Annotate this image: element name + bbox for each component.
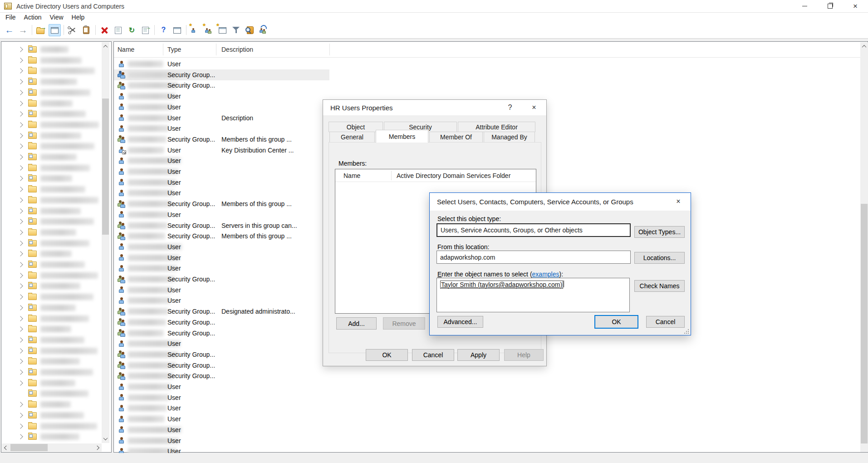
find-icon[interactable]	[244, 24, 256, 36]
tree-item[interactable]	[1, 65, 100, 76]
expand-chevron-icon[interactable]	[18, 294, 23, 299]
object-row[interactable]: User	[114, 166, 329, 177]
tree-item[interactable]	[1, 313, 100, 324]
object-row[interactable]: Security Group...Members of this group .…	[114, 231, 329, 241]
tree-scroll-up-icon[interactable]	[102, 42, 109, 51]
expand-chevron-icon[interactable]	[18, 369, 23, 374]
tree-item[interactable]	[1, 270, 100, 281]
expand-chevron-icon[interactable]	[18, 402, 23, 407]
menu-file[interactable]: File	[5, 14, 20, 21]
expand-chevron-icon[interactable]	[18, 187, 23, 192]
tab-member-of[interactable]: Member Of	[429, 132, 483, 143]
object-types-button[interactable]: Object Types...	[634, 226, 685, 238]
object-names-field[interactable]: Taylor Smith (taylors@adapworkshop.com)	[436, 278, 630, 312]
resize-grip[interactable]	[684, 329, 689, 334]
paste-icon[interactable]	[80, 24, 93, 36]
properties-apply-button[interactable]: Apply	[457, 349, 500, 361]
tab-object[interactable]: Object	[329, 122, 383, 132]
export-list-icon[interactable]: →	[139, 24, 152, 36]
dialog-help-icon[interactable]: ?	[503, 103, 517, 112]
object-row[interactable]: User	[114, 102, 329, 113]
up-one-level-icon[interactable]: →	[35, 24, 47, 36]
object-row[interactable]: Security Group...	[114, 328, 329, 339]
advanced-button[interactable]: Advanced...	[437, 316, 483, 328]
expand-chevron-icon[interactable]	[18, 69, 23, 74]
object-row[interactable]: User	[114, 414, 329, 424]
tree-item[interactable]	[1, 421, 100, 432]
tree-item[interactable]	[1, 291, 100, 302]
object-row[interactable]: User	[114, 392, 329, 403]
tab-general[interactable]: General	[329, 132, 375, 143]
expand-chevron-icon[interactable]	[18, 262, 23, 267]
tab-attribute-editor[interactable]: Attribute Editor	[458, 122, 535, 132]
tree-vscroll-thumb[interactable]	[102, 99, 109, 235]
object-row[interactable]: User	[114, 403, 329, 414]
object-row[interactable]: User	[114, 59, 329, 69]
tree-item[interactable]	[1, 130, 100, 141]
select-close-icon[interactable]: ×	[672, 197, 685, 206]
tree-item[interactable]	[1, 248, 100, 259]
tree-item[interactable]	[1, 76, 100, 87]
tree-item[interactable]	[1, 378, 100, 389]
expand-chevron-icon[interactable]	[18, 176, 23, 181]
cut-icon[interactable]	[67, 24, 79, 36]
refresh-icon[interactable]: ↻	[126, 24, 138, 36]
expand-chevron-icon[interactable]	[18, 101, 23, 106]
remove-button[interactable]: Remove	[383, 317, 425, 330]
expand-chevron-icon[interactable]	[18, 58, 23, 63]
object-row[interactable]: User	[114, 381, 329, 392]
expand-chevron-icon[interactable]	[18, 197, 23, 202]
tree-item[interactable]	[1, 356, 100, 367]
tree-item[interactable]	[1, 152, 100, 163]
set-domain-icon[interactable]	[257, 24, 270, 36]
expand-chevron-icon[interactable]	[18, 273, 23, 278]
expand-chevron-icon[interactable]	[18, 79, 23, 84]
expand-chevron-icon[interactable]	[18, 337, 23, 342]
tree-item[interactable]	[1, 195, 100, 206]
restore-button[interactable]	[817, 0, 843, 12]
expand-chevron-icon[interactable]	[18, 251, 23, 256]
expand-chevron-icon[interactable]	[18, 434, 23, 439]
tree-scroll-down-icon[interactable]	[102, 434, 109, 443]
tree-scroll-right-icon[interactable]	[94, 443, 102, 452]
expand-chevron-icon[interactable]	[18, 112, 23, 117]
tree-item[interactable]	[1, 399, 100, 410]
tree-item[interactable]	[1, 108, 100, 119]
tree-item[interactable]	[1, 216, 100, 227]
object-row[interactable]: User	[114, 177, 329, 188]
tree-item[interactable]	[1, 173, 100, 184]
tree-item[interactable]	[1, 87, 100, 98]
locations-button[interactable]: Locations...	[634, 252, 685, 264]
menu-action[interactable]: Action	[20, 14, 46, 21]
back-icon[interactable]: ←	[3, 24, 15, 36]
object-row[interactable]: User	[114, 187, 329, 198]
expand-chevron-icon[interactable]	[18, 230, 23, 235]
tree-item[interactable]	[1, 184, 100, 195]
tree-horizontal-scrollbar[interactable]	[2, 443, 102, 452]
minimize-button[interactable]	[792, 0, 817, 12]
list-vertical-scrollbar[interactable]	[860, 42, 868, 452]
show-window-icon[interactable]	[171, 24, 183, 36]
select-ok-button[interactable]: OK	[594, 315, 638, 329]
tree-item[interactable]	[1, 431, 100, 442]
tree-item[interactable]	[1, 410, 100, 421]
tree-item[interactable]	[1, 281, 100, 291]
tree-item[interactable]	[1, 259, 100, 270]
object-row[interactable]: User	[114, 209, 329, 220]
expand-chevron-icon[interactable]	[18, 327, 23, 332]
expand-chevron-icon[interactable]	[18, 348, 23, 353]
delete-icon[interactable]	[98, 24, 111, 36]
tree-item[interactable]	[1, 141, 100, 152]
tree-item[interactable]	[1, 345, 100, 356]
menu-help[interactable]: Help	[68, 14, 89, 21]
expand-chevron-icon[interactable]	[18, 316, 23, 321]
show-console-tree-icon[interactable]	[49, 24, 61, 36]
object-row[interactable]: User	[114, 123, 329, 134]
tree-item[interactable]	[1, 163, 100, 173]
expand-chevron-icon[interactable]	[18, 424, 23, 429]
properties-help-button[interactable]: Help	[504, 349, 544, 361]
check-names-button[interactable]: Check Names	[634, 280, 685, 292]
tab-managed-by[interactable]: Managed By	[484, 132, 535, 143]
tree-item[interactable]	[1, 324, 100, 335]
expand-chevron-icon[interactable]	[18, 90, 23, 95]
